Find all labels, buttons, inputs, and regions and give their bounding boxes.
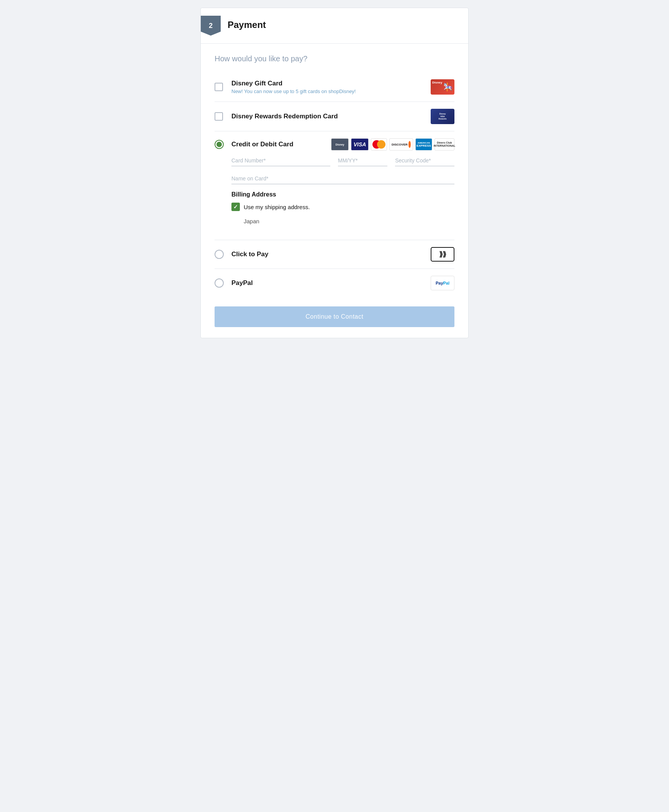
step-badge: 2	[201, 16, 221, 35]
disney-gift-card-checkbox-wrap	[215, 83, 226, 91]
checkmark-icon: ✓	[234, 204, 238, 210]
disney-rewards-label: Disney Rewards Redemption Card	[232, 112, 431, 120]
paypal-option: PayPal PayPal	[215, 269, 454, 297]
disney-gift-card-image: Disney	[431, 79, 454, 95]
rewards-card-text: DisneyVISARewards	[439, 112, 447, 120]
use-shipping-label: Use my shipping address.	[244, 204, 310, 210]
disney-rewards-image: DisneyVISARewards	[431, 109, 454, 124]
click-to-pay-radio-wrap	[215, 250, 226, 259]
disney-logo-text: Disney	[336, 143, 345, 146]
amex-logo: AMERICAN EXPRESS	[415, 138, 432, 151]
continue-button[interactable]: Continue to Contact	[215, 306, 454, 327]
click-arrows-icon: ⟫⟫	[439, 250, 446, 258]
disney-rewards-icon: DisneyVISARewards	[431, 109, 454, 124]
expiry-input[interactable]	[338, 154, 387, 166]
credit-debit-section: Credit or Debit Card Disney VISA	[215, 131, 454, 240]
disney-gift-card-option: Disney Gift Card New! You can now use up…	[215, 72, 454, 102]
payment-card: 2 Payment How would you like to pay? Dis…	[200, 8, 469, 338]
billing-section: Billing Address ✓ Use my shipping addres…	[232, 191, 454, 225]
visa-logo: VISA	[351, 138, 368, 151]
disney-rewards-option: Disney Rewards Redemption Card DisneyVIS…	[215, 102, 454, 131]
click-to-pay-icon-wrap: ⟫⟫	[431, 247, 454, 262]
card-number-input[interactable]	[232, 154, 330, 166]
disney-gift-card-sublabel: New! You can now use up to 5 gift cards …	[232, 89, 431, 94]
click-to-pay-option: Click to Pay ⟫⟫	[215, 240, 454, 269]
credit-debit-label-wrap: Credit or Debit Card	[232, 141, 331, 148]
click-to-pay-label: Click to Pay	[232, 250, 431, 258]
gift-card-brand-text: Disney	[432, 81, 442, 84]
amex-express-text: EXPRESS	[417, 144, 431, 148]
section-header: 2 Payment	[201, 8, 468, 44]
credit-debit-label: Credit or Debit Card	[232, 141, 331, 148]
paypal-logo-text: PayPal	[435, 281, 449, 285]
mc-circles	[372, 140, 385, 149]
disney-rewards-checkbox[interactable]	[215, 112, 223, 121]
use-shipping-checkbox[interactable]: ✓	[232, 203, 240, 211]
paypal-logo: PayPal	[431, 276, 454, 290]
credit-debit-radio-wrap	[215, 140, 226, 149]
credit-card-logos: Disney VISA	[331, 138, 454, 151]
credit-debit-radio[interactable]	[215, 140, 224, 149]
disney-gift-card-label-wrap: Disney Gift Card New! You can now use up…	[232, 80, 431, 94]
discover-logo: DISCOVER	[389, 138, 413, 151]
mc-circle-orange	[377, 140, 385, 149]
country-display: Japan	[244, 218, 454, 225]
disney-rewards-checkbox-wrap	[215, 112, 226, 121]
credit-card-fields: Billing Address ✓ Use my shipping addres…	[215, 154, 454, 236]
discover-circle	[408, 141, 411, 148]
security-code-input[interactable]	[395, 154, 454, 166]
credit-debit-radio-inner	[217, 142, 222, 147]
disney-gift-card-label: Disney Gift Card	[232, 80, 431, 87]
use-shipping-wrap: ✓ Use my shipping address.	[232, 203, 454, 211]
visa-logo-text: VISA	[354, 141, 366, 148]
click-to-pay-radio[interactable]	[215, 250, 224, 259]
card-info-row	[232, 154, 454, 166]
disney-card-logo: Disney	[331, 138, 349, 151]
paypal-label: PayPal	[232, 279, 431, 287]
paypal-radio-wrap	[215, 278, 226, 288]
gift-card-img-inner: Disney	[431, 79, 454, 95]
disney-gift-card-icon: Disney	[431, 79, 454, 95]
click-to-pay-label-wrap: Click to Pay	[232, 250, 431, 258]
credit-debit-option-row: Credit or Debit Card Disney VISA	[215, 131, 454, 154]
diners-logo: Diners ClubINTERNATIONAL	[435, 138, 454, 151]
payment-question: How would you like to pay?	[215, 54, 454, 63]
paypal-logo-wrap: PayPal	[431, 276, 454, 290]
name-on-card-row	[232, 172, 454, 184]
name-on-card-input[interactable]	[232, 172, 454, 184]
disney-gift-card-checkbox[interactable]	[215, 83, 223, 91]
billing-title: Billing Address	[232, 191, 454, 198]
disney-rewards-label-wrap: Disney Rewards Redemption Card	[232, 112, 431, 120]
page-title: Payment	[228, 16, 266, 30]
paypal-label-wrap: PayPal	[232, 279, 431, 287]
diners-text: Diners ClubINTERNATIONAL	[434, 141, 456, 148]
paypal-radio[interactable]	[215, 278, 224, 288]
click-to-pay-icon: ⟫⟫	[431, 247, 454, 262]
mastercard-logo	[371, 138, 387, 151]
payment-content: How would you like to pay? Disney Gift C…	[201, 44, 468, 297]
discover-text: DISCOVER	[392, 143, 408, 146]
card-logos-container: Disney VISA	[331, 138, 454, 151]
